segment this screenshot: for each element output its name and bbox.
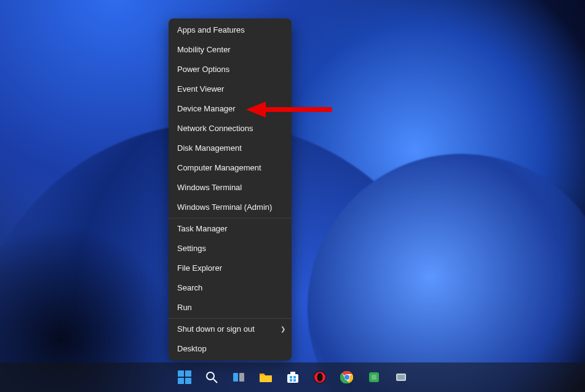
svg-rect-9 — [290, 372, 295, 375]
svg-rect-7 — [239, 373, 244, 382]
task-view-icon — [232, 370, 245, 384]
menu-item-mobility-center[interactable]: Mobility Center — [169, 40, 292, 60]
menu-item-settings[interactable]: Settings — [169, 239, 292, 258]
file-explorer-button[interactable] — [253, 365, 278, 390]
svg-rect-13 — [293, 379, 296, 382]
svg-line-5 — [213, 379, 217, 383]
folder-icon — [258, 370, 273, 384]
winx-context-menu: Apps and Features Mobility Center Power … — [169, 18, 292, 361]
menu-item-desktop[interactable]: Desktop — [169, 339, 292, 359]
taskbar — [0, 362, 585, 392]
windows-logo-icon — [178, 370, 191, 384]
app-icon — [367, 370, 381, 384]
menu-item-windows-terminal[interactable]: Windows Terminal — [169, 178, 292, 198]
menu-item-power-options[interactable]: Power Options — [169, 60, 292, 79]
store-icon — [286, 370, 300, 384]
menu-item-apps-and-features[interactable]: Apps and Features — [169, 20, 292, 40]
app-icon — [394, 370, 408, 384]
menu-item-computer-management[interactable]: Computer Management — [169, 158, 292, 178]
chevron-right-icon: ❯ — [281, 324, 285, 334]
menu-item-search[interactable]: Search — [169, 278, 292, 298]
desktop[interactable]: Apps and Features Mobility Center Power … — [0, 0, 585, 392]
svg-rect-1 — [185, 370, 191, 377]
menu-item-network-connections[interactable]: Network Connections — [169, 119, 292, 138]
menu-item-label: Shut down or sign out — [177, 324, 255, 334]
search-icon — [205, 370, 218, 384]
opera-icon — [313, 370, 327, 384]
svg-rect-10 — [290, 376, 292, 378]
opera-button[interactable] — [308, 365, 332, 390]
chrome-icon — [340, 370, 354, 384]
menu-item-file-explorer[interactable]: File Explorer — [169, 258, 292, 278]
svg-rect-8 — [287, 374, 298, 383]
menu-separator — [169, 318, 292, 319]
svg-rect-2 — [178, 378, 184, 384]
svg-rect-11 — [293, 376, 296, 378]
search-button[interactable] — [199, 365, 224, 390]
menu-item-run[interactable]: Run — [169, 298, 292, 318]
chrome-button[interactable] — [335, 365, 359, 390]
taskbar-items — [172, 365, 413, 390]
task-view-button[interactable] — [226, 365, 251, 390]
svg-rect-12 — [290, 379, 292, 382]
menu-item-disk-management[interactable]: Disk Management — [169, 138, 292, 158]
menu-item-task-manager[interactable]: Task Manager — [169, 219, 292, 239]
svg-rect-3 — [185, 378, 191, 384]
pinned-app-button[interactable] — [389, 365, 413, 390]
menu-separator — [169, 218, 292, 218]
menu-item-device-manager[interactable]: Device Manager — [169, 99, 292, 119]
start-button[interactable] — [172, 365, 197, 390]
svg-rect-6 — [233, 373, 238, 382]
svg-rect-21 — [397, 375, 405, 380]
pinned-app-button[interactable] — [362, 365, 386, 390]
svg-rect-19 — [372, 375, 376, 380]
svg-point-4 — [207, 372, 214, 380]
menu-item-event-viewer[interactable]: Event Viewer — [169, 79, 292, 99]
menu-item-windows-terminal-admin[interactable]: Windows Terminal (Admin) — [169, 198, 292, 217]
svg-rect-0 — [178, 370, 184, 377]
menu-item-shut-down-or-sign-out[interactable]: Shut down or sign out ❯ — [169, 319, 292, 339]
microsoft-store-button[interactable] — [281, 365, 305, 390]
